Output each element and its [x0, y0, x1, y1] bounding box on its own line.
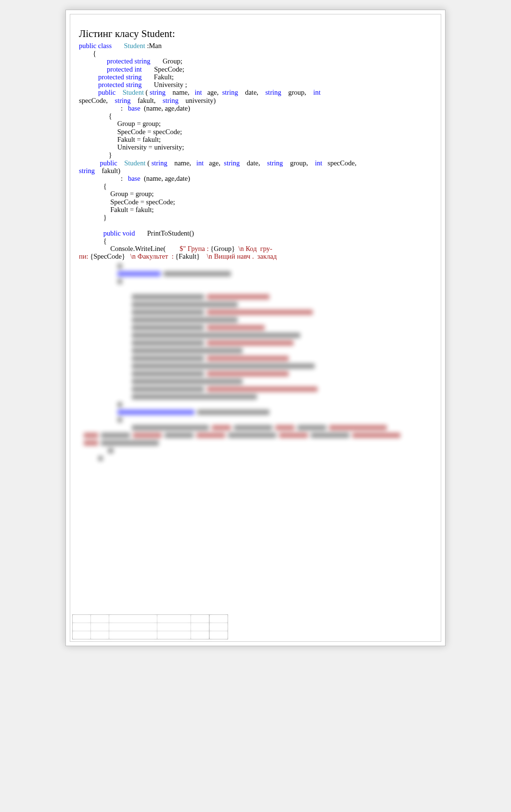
- keyword: string: [152, 159, 167, 167]
- code-text: specCode,: [322, 159, 357, 167]
- code-text: specCode,: [79, 97, 115, 104]
- code-text: Group = group;: [79, 120, 161, 127]
- code-text: [79, 245, 110, 252]
- code-text: Group;: [151, 57, 182, 65]
- listing-title: Лістинг класу Student:: [79, 28, 432, 40]
- code-text: University = university;: [79, 143, 184, 151]
- code-text: (: [146, 159, 152, 167]
- code-listing: public class Student :Man { protected st…: [79, 42, 432, 261]
- code-text: {SpecCode}: [90, 252, 130, 260]
- keyword: string: [267, 159, 283, 167]
- code-text: Fakult = fakult;: [79, 206, 154, 213]
- keyword: protected int: [107, 65, 142, 73]
- blurred-preview: [79, 263, 432, 463]
- table-row: [73, 623, 228, 631]
- keyword: string: [79, 167, 95, 175]
- keyword: string: [265, 88, 281, 96]
- code-text: {: [79, 112, 112, 120]
- keyword: string: [115, 97, 131, 104]
- code-text: SpecCode = specCode;: [79, 198, 175, 206]
- code-text: university): [179, 97, 216, 104]
- code-text: name,: [167, 159, 196, 167]
- table-row: [73, 614, 228, 623]
- code-text: [320, 88, 326, 96]
- code-text: age,: [204, 159, 224, 167]
- string-literal: $" Група :: [179, 245, 210, 252]
- code-text: }: [79, 213, 107, 221]
- code-text: [79, 57, 107, 65]
- blank-area: [79, 463, 432, 637]
- keyword: int: [194, 88, 202, 96]
- code-text: University ;: [141, 81, 187, 88]
- code-text: [79, 229, 103, 237]
- table-row: [73, 631, 228, 639]
- code-text: }: [79, 151, 112, 159]
- code-text: {Group}: [210, 245, 238, 252]
- string-literal: \n Код гру-: [239, 245, 272, 252]
- string-literal: пи:: [79, 252, 90, 260]
- keyword: base: [128, 104, 141, 112]
- code-text: (name, age,date): [141, 104, 190, 112]
- keyword: string: [224, 159, 240, 167]
- page-container: Лістинг класу Student: public class Stud…: [65, 10, 446, 646]
- keyword: int: [315, 159, 322, 167]
- code-text: Fakult = fakult;: [79, 136, 161, 143]
- type-name: Student: [124, 159, 145, 167]
- code-text: date,: [240, 159, 267, 167]
- code-text: :: [79, 175, 128, 182]
- code-text: {: [79, 182, 107, 190]
- keyword: string: [150, 88, 166, 96]
- keyword: public: [98, 88, 115, 96]
- code-text: (name, age,date): [141, 175, 190, 182]
- keyword: protected string: [98, 73, 142, 81]
- keyword: int: [196, 159, 204, 167]
- page-content: Лістинг класу Student: public class Stud…: [70, 14, 441, 642]
- keyword: string: [222, 88, 238, 96]
- code-text: [79, 159, 100, 167]
- keyword: string: [163, 97, 179, 104]
- code-text: Fakult;: [141, 73, 173, 81]
- keyword: public class: [79, 42, 112, 50]
- code-text: date,: [238, 88, 266, 96]
- code-text: fakult): [95, 167, 120, 175]
- type-name: Student: [123, 88, 144, 96]
- keyword: int: [313, 88, 320, 96]
- code-text: group,: [281, 88, 313, 96]
- code-text: {Fakult}: [175, 252, 206, 260]
- code-text: {: [79, 50, 96, 57]
- code-text: name,: [166, 88, 194, 96]
- code-text: Console.WriteLine(: [110, 245, 179, 252]
- type-name: Student: [124, 42, 145, 50]
- code-text: Group = group;: [79, 190, 154, 198]
- code-text: PrintToStudent(): [135, 229, 194, 237]
- keyword: protected string: [107, 57, 151, 65]
- code-text: age,: [202, 88, 222, 96]
- code-text: :Man: [145, 42, 162, 50]
- keyword: public void: [103, 229, 135, 237]
- code-text: [79, 65, 107, 73]
- code-text: (: [144, 88, 150, 96]
- code-text: SpecCode;: [142, 65, 184, 73]
- code-text: [79, 73, 98, 81]
- code-text: group,: [283, 159, 315, 167]
- keyword: base: [128, 175, 141, 182]
- code-text: [79, 88, 98, 96]
- keyword: protected string: [98, 81, 142, 88]
- code-text: fakult,: [131, 97, 163, 104]
- keyword: public: [100, 159, 117, 167]
- code-text: {: [79, 237, 107, 245]
- footer-table: [72, 614, 228, 639]
- code-text: [79, 81, 98, 88]
- string-literal: \n Вищий навч . заклад: [207, 252, 277, 260]
- code-text: :: [79, 104, 128, 112]
- string-literal: \n Факультет :: [130, 252, 176, 260]
- code-text: SpecCode = specCode;: [79, 128, 182, 136]
